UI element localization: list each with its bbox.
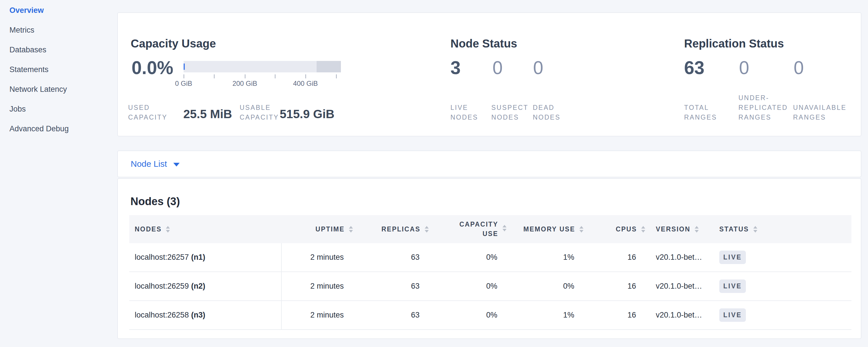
cpus-cell: 16 [583,272,645,301]
status-badge: LIVE [719,280,746,293]
node-address: localhost:26257 [135,253,189,262]
view-selector-dropdown[interactable]: Node List [117,151,861,177]
column-label: MEMORY USE [523,225,575,234]
sort-icon[interactable] [641,226,645,232]
cpus-cell: 16 [583,243,645,272]
nodes-table: NODES UPTIME REPLICAS CAPACITY USE MEMOR… [129,215,851,330]
sort-icon[interactable] [753,226,757,232]
node-address: localhost:26259 [135,282,189,291]
total-ranges-label: TOTAL RANGES [684,103,717,122]
cpus-cell: 16 [583,301,645,329]
column-label: REPLICAS [381,225,421,234]
node-id: (n2) [191,282,205,291]
column-header-version[interactable]: VERSION [645,225,716,234]
sidebar-item-databases[interactable]: Databases [0,40,109,60]
node-id: (n1) [191,253,205,262]
column-header-memory-use[interactable]: MEMORY USE [506,225,583,234]
status-badge: LIVE [719,251,746,264]
sidebar-item-jobs[interactable]: Jobs [0,99,109,119]
gauge-used-segment [184,64,185,70]
capacity-use-cell: 0% [429,243,506,272]
column-label: CAPACITY USE [459,220,498,239]
uptime-cell: 2 minutes [282,243,353,272]
table-row-node-2[interactable]: localhost:26259 (n2) 2 minutes 63 0% 0% … [129,272,851,301]
under-replicated-label: UNDER- REPLICATED RANGES [739,93,788,122]
node-address-cell[interactable]: localhost:26259 (n2) [129,272,282,301]
gauge-tick [275,74,275,78]
replicas-cell: 63 [353,272,429,301]
capacity-used-percent: 0.0% [131,58,173,77]
capacity-use-cell: 0% [429,301,506,329]
uptime-cell: 2 minutes [282,272,353,301]
view-selector-label[interactable]: Node List [131,159,167,169]
replicas-cell: 63 [353,243,429,272]
column-label: CPUS [616,225,637,234]
column-label: UPTIME [315,225,345,234]
capacity-usage-title: Capacity Usage [131,37,216,50]
gauge-tick-label: 400 GiB [293,80,318,88]
column-label: NODES [135,225,162,234]
capacity-gauge [184,61,341,72]
node-status-title: Node Status [451,37,517,50]
node-address-cell[interactable]: localhost:26258 (n3) [129,301,282,329]
column-header-nodes[interactable]: NODES [129,225,282,234]
sidebar-item-statements[interactable]: Statements [0,60,109,80]
unavailable-count: 0 [794,58,804,77]
total-ranges-count: 63 [684,58,705,77]
usable-capacity-label: USABLE CAPACITY [240,103,279,122]
version-cell: v20.1.0-bet… [645,272,716,301]
live-nodes-count: 3 [451,58,461,77]
sort-icon[interactable] [580,226,583,232]
memory-use-cell: 0% [506,272,583,301]
column-header-cpus[interactable]: CPUS [583,225,645,234]
status-cell: LIVE [716,301,851,329]
column-header-replicas[interactable]: REPLICAS [353,225,429,234]
gauge-tick [336,74,337,78]
nodes-table-title: Nodes (3) [130,195,180,208]
used-capacity-label: USED CAPACITY [128,103,167,122]
suspect-nodes-count: 0 [493,58,503,77]
sort-icon[interactable] [502,225,506,231]
memory-use-cell: 1% [506,301,583,329]
node-id: (n3) [191,311,205,319]
replication-status-title: Replication Status [684,37,784,50]
memory-use-cell: 1% [506,243,583,272]
unavailable-label: UNAVAILABLE RANGES [793,103,846,122]
version-cell: v20.1.0-bet… [645,301,716,329]
status-cell: LIVE [716,243,851,272]
column-header-uptime[interactable]: UPTIME [282,225,353,234]
sort-icon[interactable] [166,226,170,232]
gauge-tick-label: 200 GiB [232,80,257,88]
replicas-cell: 63 [353,301,429,329]
table-row-node-1[interactable]: localhost:26257 (n1) 2 minutes 63 0% 1% … [129,243,851,272]
suspect-nodes-label: SUSPECT NODES [491,103,529,122]
status-cell: LIVE [716,272,851,301]
table-row-node-3[interactable]: localhost:26258 (n3) 2 minutes 63 0% 1% … [129,301,851,330]
sort-icon[interactable] [695,226,699,232]
sort-icon[interactable] [425,226,429,232]
version-cell: v20.1.0-bet… [645,243,716,272]
caret-down-icon [173,163,180,166]
uptime-cell: 2 minutes [282,301,353,329]
column-header-capacity-use[interactable]: CAPACITY USE [429,220,506,239]
sidebar-nav: Overview Metrics Databases Statements Ne… [0,1,109,139]
column-header-status[interactable]: STATUS [716,225,851,234]
node-address: localhost:26258 [135,311,189,319]
sidebar-item-network-latency[interactable]: Network Latency [0,80,109,99]
node-address-cell[interactable]: localhost:26257 (n1) [129,243,282,272]
sidebar-item-overview[interactable]: Overview [0,1,109,20]
nodes-table-card: Nodes (3) NODES UPTIME REPLICAS CAPACITY… [117,178,861,339]
sidebar-item-advanced-debug[interactable]: Advanced Debug [0,119,109,139]
gauge-tick [214,74,215,78]
dead-nodes-label: DEAD NODES [533,103,561,122]
dead-nodes-count: 0 [533,58,544,77]
gauge-tick [184,74,184,78]
used-capacity-value: 25.5 MiB [183,107,232,121]
live-nodes-label: LIVE NODES [451,103,478,122]
usable-capacity-value: 515.9 GiB [280,107,334,121]
column-label: VERSION [656,225,690,234]
capacity-use-cell: 0% [429,272,506,301]
gauge-tick [305,74,306,78]
sidebar-item-metrics[interactable]: Metrics [0,20,109,40]
sort-icon[interactable] [349,226,353,232]
